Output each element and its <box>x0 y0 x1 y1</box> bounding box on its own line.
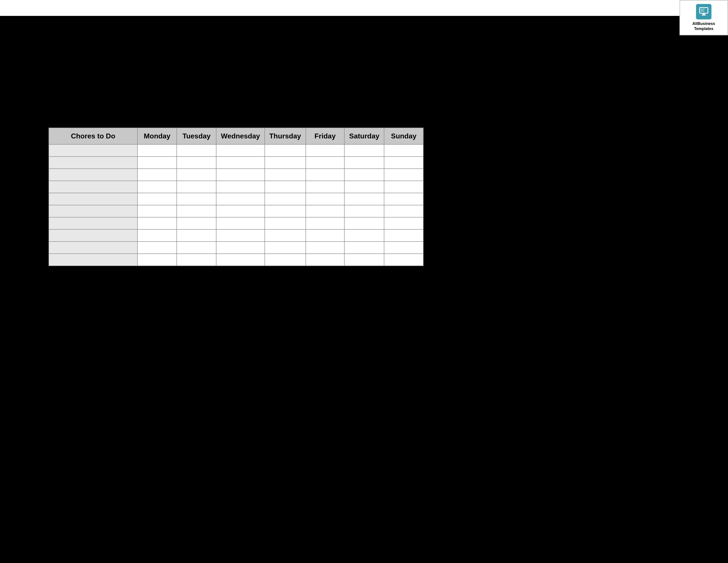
tue-9[interactable] <box>177 241 216 254</box>
sat-4[interactable] <box>344 181 384 193</box>
svg-rect-4 <box>701 9 705 9</box>
sat-10[interactable] <box>344 254 384 266</box>
chore-1[interactable] <box>49 144 137 156</box>
tue-7[interactable] <box>177 217 216 229</box>
sun-2[interactable] <box>384 156 423 169</box>
wed-6[interactable] <box>216 205 265 217</box>
tue-6[interactable] <box>177 205 216 217</box>
thu-6[interactable] <box>265 205 306 217</box>
table-row <box>49 205 423 217</box>
mon-9[interactable] <box>137 241 177 254</box>
chore-8[interactable] <box>49 229 137 241</box>
fri-3[interactable] <box>306 169 345 181</box>
fri-2[interactable] <box>306 156 345 169</box>
thursday-header: Thursday <box>265 128 306 144</box>
sun-3[interactable] <box>384 169 423 181</box>
sun-10[interactable] <box>384 254 423 266</box>
tue-8[interactable] <box>177 229 216 241</box>
thu-7[interactable] <box>265 217 306 229</box>
wed-1[interactable] <box>216 144 265 156</box>
fri-1[interactable] <box>306 144 345 156</box>
thu-8[interactable] <box>265 229 306 241</box>
wed-9[interactable] <box>216 241 265 254</box>
svg-rect-2 <box>703 13 705 15</box>
sat-8[interactable] <box>344 229 384 241</box>
sun-9[interactable] <box>384 241 423 254</box>
chore-4[interactable] <box>49 181 137 193</box>
logo-area: AllBusiness Templates <box>679 0 728 35</box>
sun-7[interactable] <box>384 217 423 229</box>
mon-1[interactable] <box>137 144 177 156</box>
mon-2[interactable] <box>137 156 177 169</box>
fri-4[interactable] <box>306 181 345 193</box>
thu-3[interactable] <box>265 169 306 181</box>
chore-7[interactable] <box>49 217 137 229</box>
chore-10[interactable] <box>49 254 137 266</box>
sat-7[interactable] <box>344 217 384 229</box>
sat-2[interactable] <box>344 156 384 169</box>
thu-2[interactable] <box>265 156 306 169</box>
wed-4[interactable] <box>216 181 265 193</box>
table-row <box>49 193 423 205</box>
fri-8[interactable] <box>306 229 345 241</box>
thu-10[interactable] <box>265 254 306 266</box>
fri-5[interactable] <box>306 193 345 205</box>
monday-header: Monday <box>137 128 177 144</box>
mon-7[interactable] <box>137 217 177 229</box>
sat-3[interactable] <box>344 169 384 181</box>
wed-3[interactable] <box>216 169 265 181</box>
tue-2[interactable] <box>177 156 216 169</box>
svg-rect-3 <box>702 15 706 15</box>
thu-5[interactable] <box>265 193 306 205</box>
table-row <box>49 229 423 241</box>
tuesday-header: Tuesday <box>177 128 216 144</box>
mon-10[interactable] <box>137 254 177 266</box>
wed-5[interactable] <box>216 193 265 205</box>
tue-4[interactable] <box>177 181 216 193</box>
table-row <box>49 254 423 266</box>
sun-5[interactable] <box>384 193 423 205</box>
mon-6[interactable] <box>137 205 177 217</box>
wed-8[interactable] <box>216 229 265 241</box>
chore-6[interactable] <box>49 205 137 217</box>
mon-4[interactable] <box>137 181 177 193</box>
fri-9[interactable] <box>306 241 345 254</box>
sun-8[interactable] <box>384 229 423 241</box>
thu-4[interactable] <box>265 181 306 193</box>
tue-1[interactable] <box>177 144 216 156</box>
chore-5[interactable] <box>49 193 137 205</box>
table-row <box>49 181 423 193</box>
tue-3[interactable] <box>177 169 216 181</box>
table-header-row: Chores to Do Monday Tuesday Wednesday Th… <box>49 128 423 144</box>
thu-1[interactable] <box>265 144 306 156</box>
wed-10[interactable] <box>216 254 265 266</box>
sat-5[interactable] <box>344 193 384 205</box>
chore-9[interactable] <box>49 241 137 254</box>
chores-to-do-header: Chores to Do <box>49 128 137 144</box>
thu-9[interactable] <box>265 241 306 254</box>
wed-7[interactable] <box>216 217 265 229</box>
wed-2[interactable] <box>216 156 265 169</box>
fri-7[interactable] <box>306 217 345 229</box>
mon-8[interactable] <box>137 229 177 241</box>
chore-2[interactable] <box>49 156 137 169</box>
saturday-header: Saturday <box>344 128 384 144</box>
sat-1[interactable] <box>344 144 384 156</box>
main-content: Chores to Do Monday Tuesday Wednesday Th… <box>0 19 728 563</box>
mon-3[interactable] <box>137 169 177 181</box>
tue-5[interactable] <box>177 193 216 205</box>
tue-10[interactable] <box>177 254 216 266</box>
sun-1[interactable] <box>384 144 423 156</box>
table-row <box>49 169 423 181</box>
chore-3[interactable] <box>49 169 137 181</box>
sun-6[interactable] <box>384 205 423 217</box>
top-bar <box>0 0 728 18</box>
fri-6[interactable] <box>306 205 345 217</box>
fri-10[interactable] <box>306 254 345 266</box>
table-row <box>49 156 423 169</box>
sat-9[interactable] <box>344 241 384 254</box>
chores-table: Chores to Do Monday Tuesday Wednesday Th… <box>49 128 424 266</box>
sun-4[interactable] <box>384 181 423 193</box>
sat-6[interactable] <box>344 205 384 217</box>
mon-5[interactable] <box>137 193 177 205</box>
